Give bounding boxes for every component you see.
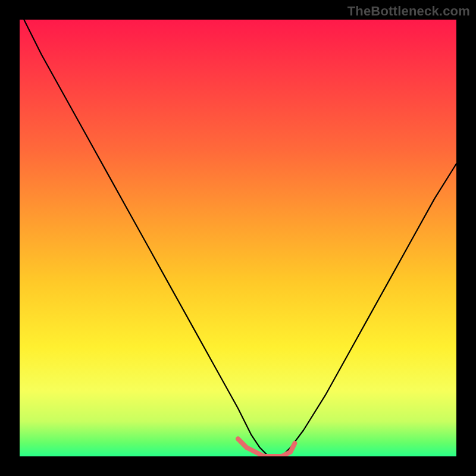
- watermark-text: TheBottleneck.com: [347, 4, 470, 19]
- chart-svg: [20, 20, 456, 456]
- chart-frame: TheBottleneck.com: [0, 0, 476, 476]
- mismatch-curve: [24, 20, 456, 456]
- chart-plot-area: [20, 20, 456, 456]
